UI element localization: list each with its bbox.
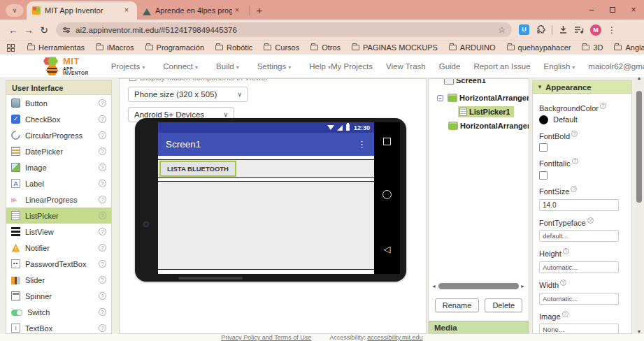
close-tab-icon[interactable]: ×: [232, 6, 242, 15]
listpicker1-component[interactable]: LISTA BLUETOOTH: [159, 161, 236, 177]
scroll-up-icon[interactable]: ▲: [635, 75, 643, 80]
address-bar[interactable]: ai2.appinventor.mit.edu/#512417984944537…: [56, 22, 512, 37]
help-icon[interactable]: ?: [99, 308, 106, 316]
tree-item-listpicker1[interactable]: ListPicker1: [429, 106, 529, 118]
fonttypeface-select[interactable]: default...: [539, 230, 619, 242]
image-select[interactable]: None...: [539, 324, 619, 334]
horizontal-arrangement-2[interactable]: [158, 182, 374, 270]
scroll-right-icon[interactable]: ►: [520, 284, 526, 289]
scroll-left-icon[interactable]: ◄: [431, 284, 437, 289]
bookmark-star-icon[interactable]: ☆: [498, 25, 506, 35]
palette-item-linearprogress[interactable]: LinearProgress?: [6, 191, 111, 208]
help-icon[interactable]: ?: [571, 186, 577, 192]
back-button-icon[interactable]: ◁: [384, 244, 391, 254]
palette-item-listpicker[interactable]: ListPicker?: [6, 208, 111, 224]
fontitalic-checkbox[interactable]: [539, 171, 548, 180]
guide-link[interactable]: Guide: [439, 62, 461, 71]
tab-search-button[interactable]: ∨: [6, 4, 24, 17]
help-icon[interactable]: ?: [562, 311, 568, 317]
help-icon[interactable]: ?: [99, 276, 106, 284]
view-trash-link[interactable]: View Trash: [386, 62, 426, 71]
help-icon[interactable]: ?: [99, 180, 106, 187]
help-icon[interactable]: ?: [99, 260, 106, 268]
reading-list-icon[interactable]: [574, 26, 584, 34]
bookmark-folder-programacion[interactable]: Programación: [145, 43, 204, 52]
site-settings-icon[interactable]: [62, 26, 71, 34]
overflow-menu-icon[interactable]: ⋮: [357, 139, 366, 150]
forward-button[interactable]: →: [21, 24, 36, 36]
bookmark-folder-herramientas[interactable]: Herramientas: [27, 43, 85, 52]
bookmark-folder-anglar[interactable]: Anglar: [614, 43, 644, 52]
help-icon[interactable]: ?: [99, 196, 106, 203]
help-icon[interactable]: ?: [99, 212, 106, 219]
palette-item-listview[interactable]: ListView?: [6, 224, 111, 240]
bookmark-folder-cursos[interactable]: Cursos: [264, 43, 299, 52]
bookmark-folder-paginas-mockups[interactable]: PAGINAS MOCKUPS: [352, 43, 438, 52]
help-icon[interactable]: ?: [600, 103, 606, 109]
bookmark-folder-3d[interactable]: 3D: [582, 43, 603, 52]
minimize-button[interactable]: –: [581, 0, 602, 20]
menu-projects[interactable]: Projects▾: [111, 62, 145, 71]
help-icon[interactable]: ?: [571, 131, 578, 137]
close-tab-icon[interactable]: ×: [122, 6, 131, 15]
help-icon[interactable]: ?: [563, 248, 569, 254]
bookmark-folder-arduino[interactable]: ARDUINO: [449, 43, 496, 52]
media-section-header[interactable]: Media: [429, 321, 529, 333]
bookmark-folder-quehaypahacer[interactable]: quehaypahacer: [507, 43, 571, 52]
bookmark-folder-imacros[interactable]: iMacros: [96, 43, 134, 52]
scrollbar-thumb[interactable]: [636, 91, 642, 203]
backgroundcolor-picker[interactable]: Default: [539, 115, 625, 124]
palette-item-notifier[interactable]: !Notifier?: [6, 240, 111, 256]
palette-item-checkbox[interactable]: CheckBox?: [6, 111, 111, 127]
language-select[interactable]: English▾: [544, 62, 575, 71]
u-extension-icon[interactable]: U: [519, 24, 529, 35]
back-button[interactable]: ←: [6, 24, 21, 36]
palette-item-textbox[interactable]: TextBox?: [6, 320, 111, 334]
palette-item-switch[interactable]: Switch?: [6, 304, 111, 320]
account-menu[interactable]: maicolr62@gmail.com▾: [588, 62, 644, 71]
palette-item-passwordtextbox[interactable]: PasswordTextBox?: [6, 256, 111, 272]
tree-item-screen1[interactable]: Screen1: [429, 78, 529, 87]
help-icon[interactable]: ?: [572, 158, 578, 164]
home-button-icon[interactable]: [382, 190, 392, 199]
menu-build[interactable]: Build▾: [216, 62, 239, 71]
help-icon[interactable]: ?: [99, 164, 106, 171]
help-icon[interactable]: ?: [99, 131, 106, 139]
recents-button-icon[interactable]: [383, 138, 391, 145]
horizontal-arrangement-1[interactable]: LISTA BLUETOOTH: [158, 159, 374, 178]
accessibility-link[interactable]: accessibility.mit.edu: [367, 334, 422, 341]
height-select[interactable]: Automatic...: [539, 261, 619, 273]
hidden-components-checkbox[interactable]: [129, 78, 136, 81]
palette-item-slider[interactable]: Slider?: [6, 272, 111, 288]
help-icon[interactable]: ?: [99, 228, 106, 235]
scroll-down-icon[interactable]: ▼: [635, 329, 643, 334]
tree-item-horizontalarrangement1[interactable]: − HorizontalArrangement1: [429, 92, 529, 104]
collapse-icon[interactable]: −: [437, 95, 443, 101]
palette-item-image[interactable]: Image?: [6, 159, 111, 175]
page-vertical-scrollbar[interactable]: ▲ ▼: [635, 78, 643, 334]
new-tab-button[interactable]: +: [251, 1, 268, 18]
bookmark-folder-otros[interactable]: Otros: [310, 43, 341, 52]
rename-button[interactable]: Rename: [435, 298, 480, 312]
phone-size-select[interactable]: Phone size (320 x 505) ∨: [128, 87, 248, 102]
help-icon[interactable]: ?: [99, 324, 106, 332]
privacy-policy-link[interactable]: Privacy Policy and Terms of Use: [221, 334, 311, 341]
help-icon[interactable]: ?: [99, 147, 106, 155]
scrollbar-thumb[interactable]: [438, 283, 519, 289]
tab-mit-app-inventor[interactable]: MIT App Inventor ×: [27, 1, 137, 20]
apps-grid-icon[interactable]: [7, 44, 15, 52]
fontsize-input[interactable]: [539, 199, 619, 211]
app-inventor-logo[interactable]: MIT APP INVENTOR: [42, 57, 93, 76]
palette-item-button[interactable]: Button?: [6, 95, 111, 111]
menu-connect[interactable]: Connect▾: [163, 62, 198, 71]
palette-section-user-interface[interactable]: User Interface: [6, 81, 111, 95]
profile-avatar[interactable]: M: [590, 24, 601, 36]
palette-item-datepicker[interactable]: DatePicker?: [6, 143, 111, 159]
extensions-puzzle-icon[interactable]: [536, 25, 545, 35]
help-icon[interactable]: ?: [99, 115, 106, 123]
width-select[interactable]: Automatic...: [539, 293, 619, 305]
bookmark-folder-robotic[interactable]: Robótic: [215, 43, 252, 52]
my-projects-link[interactable]: My Projects: [331, 62, 373, 71]
downloads-icon[interactable]: [559, 25, 568, 34]
help-icon[interactable]: ?: [99, 99, 106, 107]
